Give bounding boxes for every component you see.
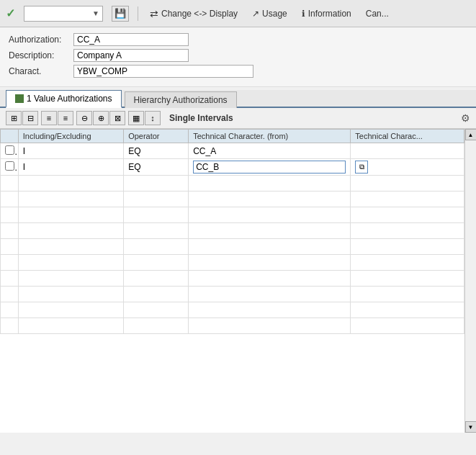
btn-grid-2[interactable]: ⊟ <box>22 111 38 125</box>
row-tech-from-input[interactable] <box>193 161 346 174</box>
row-tech-to <box>351 239 464 255</box>
scrollbar[interactable]: ▲ ▼ <box>464 129 476 433</box>
information-icon: ℹ <box>302 9 305 19</box>
usage-label: Usage <box>262 9 287 19</box>
confirm-icon[interactable]: ✓ <box>6 6 15 20</box>
row-operator <box>124 239 189 255</box>
row-checkbox-cell <box>1 239 19 255</box>
row-tech-from <box>189 239 351 255</box>
section-label: Single Intervals <box>163 113 458 123</box>
tab-hierarchy-authorizations[interactable]: Hierarchy Authorizations <box>125 91 237 108</box>
tab-active-label: 1 Value Authorizations <box>27 94 112 104</box>
table-container: Including/Excluding Operator Technical C… <box>0 129 476 433</box>
row-tech-from <box>189 223 351 239</box>
row-tech-from <box>189 176 351 192</box>
row-incl-excl <box>18 239 123 255</box>
btn-grid-1[interactable]: ⊞ <box>6 111 22 125</box>
btn-group-2: ≡ ≡ <box>41 111 73 125</box>
table-row <box>1 223 464 239</box>
row-operator: EQ <box>124 159 189 176</box>
row-operator <box>124 302 189 318</box>
scroll-down-arrow[interactable]: ▼ <box>465 421 477 433</box>
row-tech-to <box>351 318 464 334</box>
btn-remove[interactable]: ⊖ <box>76 111 92 125</box>
row-tech-from <box>189 255 351 271</box>
row-tech-to: ⧉ <box>351 159 464 176</box>
row-operator <box>124 255 189 271</box>
authorization-row: Authorization: CC_A <box>9 33 467 46</box>
row-checkbox-cell <box>1 192 19 207</box>
row-incl-excl <box>18 302 123 318</box>
change-display-icon: ⇄ <box>150 8 158 19</box>
btn-align-left[interactable]: ≡ <box>41 111 57 125</box>
row-operator <box>124 287 189 302</box>
row-incl-excl <box>18 176 123 192</box>
row-incl-excl <box>18 255 123 271</box>
dropdown-arrow-icon: ▼ <box>92 9 99 17</box>
row-operator <box>124 192 189 207</box>
row-operator: EQ <box>124 143 189 159</box>
row-tech-to <box>351 287 464 302</box>
row-tech-to <box>351 176 464 192</box>
row-checkbox[interactable] <box>5 161 14 171</box>
row-checkbox[interactable] <box>5 145 14 155</box>
authorization-value: CC_A <box>73 33 189 46</box>
tab-value-authorizations[interactable]: 1 Value Authorizations <box>6 90 122 108</box>
row-tech-to <box>351 143 464 159</box>
row-incl-excl <box>18 223 123 239</box>
table-row <box>1 255 464 271</box>
btn-sort[interactable]: ↕ <box>145 111 161 125</box>
row-checkbox-cell <box>1 318 19 334</box>
row-operator <box>124 176 189 192</box>
row-incl-excl <box>18 207 123 223</box>
table-row: IEQCC_A <box>1 143 464 159</box>
btn-add[interactable]: ⊕ <box>93 111 109 125</box>
table-row <box>1 176 464 192</box>
charact-label: Charact. <box>9 66 73 76</box>
information-label: Information <box>308 9 351 19</box>
row-incl-excl: I <box>18 159 123 176</box>
row-operator <box>124 207 189 223</box>
description-value: Company A <box>73 49 189 62</box>
info-section: Authorization: CC_A Description: Company… <box>0 27 476 87</box>
change-display-label: Change <-> Display <box>161 9 238 19</box>
scroll-up-arrow[interactable]: ▲ <box>465 129 477 140</box>
row-action-icon[interactable]: ⧉ <box>355 161 368 174</box>
cancel-button[interactable]: Can... <box>363 7 392 20</box>
btn-group-1: ⊞ ⊟ <box>6 111 38 125</box>
separator-1 <box>138 6 138 21</box>
row-tech-to <box>351 192 464 207</box>
th-tech-char-from: Technical Character. (from) <box>189 130 351 143</box>
toolbar-dropdown[interactable]: ▼ <box>24 6 103 22</box>
save-button[interactable]: 💾 <box>112 6 129 22</box>
th-including-excluding: Including/Excluding <box>18 130 123 143</box>
row-tech-from <box>189 192 351 207</box>
settings-icon[interactable]: ⚙ <box>461 112 470 124</box>
usage-button[interactable]: ↗ Usage <box>249 7 290 20</box>
table-scroll[interactable]: Including/Excluding Operator Technical C… <box>0 129 464 433</box>
main-toolbar: ✓ ▼ 💾 ⇄ Change <-> Display ↗ Usage ℹ Inf… <box>0 0 476 27</box>
table-row: IEQ⧉ <box>1 159 464 176</box>
row-incl-excl <box>18 271 123 287</box>
row-tech-from <box>189 318 351 334</box>
tabs-bar: 1 Value Authorizations Hierarchy Authori… <box>0 90 476 108</box>
row-checkbox-cell <box>1 207 19 223</box>
row-tech-to <box>351 223 464 239</box>
table-row <box>1 192 464 207</box>
row-incl-excl: I <box>18 143 123 159</box>
btn-table[interactable]: ▦ <box>128 111 144 125</box>
authorization-label: Authorization: <box>9 35 73 45</box>
table-body: IEQCC_AIEQ⧉ <box>1 143 464 334</box>
change-display-button[interactable]: ⇄ Change <-> Display <box>147 6 241 21</box>
row-tech-to <box>351 271 464 287</box>
row-tech-from: CC_A <box>189 143 351 159</box>
information-button[interactable]: ℹ Information <box>299 7 354 20</box>
row-checkbox-cell <box>1 176 19 192</box>
row-incl-excl <box>18 318 123 334</box>
row-checkbox-cell <box>1 143 19 159</box>
row-operator <box>124 318 189 334</box>
row-checkbox-cell <box>1 159 19 176</box>
btn-align-right[interactable]: ≡ <box>58 111 73 125</box>
btn-copy[interactable]: ⊠ <box>109 111 125 125</box>
btn-group-4: ▦ ↕ <box>128 111 161 125</box>
